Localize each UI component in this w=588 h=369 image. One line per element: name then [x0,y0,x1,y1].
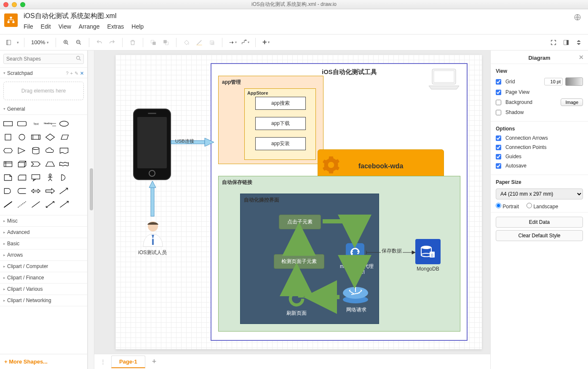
shape-process[interactable] [29,131,42,143]
shape-step[interactable] [29,158,42,170]
shape-line-arrow[interactable] [58,185,70,197]
section-clipart-networking[interactable]: Clipart / Networking [0,295,87,306]
shape-half-circle[interactable] [58,171,70,184]
tester-icon[interactable] [138,219,168,250]
shape-diamond[interactable] [44,131,56,143]
menu-arrange[interactable]: Arrange [79,23,100,30]
shape-circle[interactable] [16,131,28,143]
shape-blank3[interactable] [72,144,84,157]
conn-arrows-checkbox[interactable] [496,135,501,141]
shape-hexagon[interactable] [2,144,14,157]
shadow-checkbox[interactable] [496,110,501,115]
to-front-button[interactable] [148,37,158,48]
paper-size-select[interactable]: A4 (210 mm x 297 mm) [496,188,583,199]
section-clipart-finance[interactable]: Clipart / Finance [0,272,87,284]
shape-arrow-r[interactable] [44,185,56,197]
app-search-node[interactable]: app搜索 [255,97,306,110]
section-clipart-various[interactable]: Clipart / Various [0,284,87,295]
autosave-checkbox[interactable] [496,163,501,169]
shape-blank[interactable] [72,117,84,130]
shape-parallelogram[interactable] [58,131,70,143]
to-back-button[interactable] [161,37,171,48]
background-checkbox[interactable] [496,100,501,105]
landscape-option[interactable]: Landscape [527,203,558,210]
undo-button[interactable] [94,37,104,48]
shape-note[interactable] [2,171,14,184]
delete-button[interactable] [128,37,138,48]
search-icon[interactable] [76,56,81,62]
format-panel-button[interactable] [561,37,571,48]
menu-extras[interactable]: Extras [107,23,124,30]
app-download-node[interactable]: app下载 [255,117,306,130]
connection-button[interactable]: ▾ [227,37,238,48]
view-mode-button[interactable] [4,37,14,48]
collapse-button[interactable] [574,37,584,48]
shape-tape[interactable] [58,158,70,170]
edit-data-button[interactable]: Edit Data [496,217,583,228]
grid-color-swatch[interactable] [565,77,583,86]
shape-blank5[interactable] [72,171,84,184]
zoom-in-button[interactable] [61,37,71,48]
menu-help[interactable]: Help [131,23,144,30]
line-color-button[interactable] [194,37,204,48]
shape-cube[interactable] [16,158,28,170]
scratchpad-header[interactable]: ▸ Scratchpad ?+✎✕ [0,68,87,78]
section-clipart-computer[interactable]: Clipart / Computer [0,261,87,272]
portrait-option[interactable]: Portrait [496,203,519,210]
clear-style-button[interactable]: Clear Default Style [496,230,583,241]
section-advanced[interactable]: Advanced [0,227,87,238]
scratchpad-drop[interactable]: Drag elements here [3,82,84,100]
sidebar-scrollbar[interactable] [88,50,94,369]
shape-line-bi[interactable] [44,198,56,211]
shape-rect[interactable] [2,117,14,130]
insert-button[interactable]: +▾ [261,37,271,48]
pageview-checkbox[interactable] [496,90,501,95]
zoom-level[interactable]: 100%▾ [29,39,51,45]
grid-size-input[interactable] [544,78,563,85]
guides-checkbox[interactable] [496,154,501,159]
search-input[interactable] [3,54,84,64]
shape-square[interactable] [2,131,14,143]
add-page-button[interactable]: + [149,357,160,366]
phone-icon[interactable] [133,109,171,180]
grid-checkbox[interactable] [496,79,501,85]
shape-text[interactable]: Text [29,117,42,130]
main-title[interactable]: iOS自动化测试工具 [322,68,377,76]
diagram-page[interactable]: iOS自动化测试工具 app管理 AppStore app搜索 app下载 ap… [115,55,482,349]
add-icon[interactable]: + [70,71,73,76]
shape-trapezoid[interactable] [44,158,56,170]
shape-ellipse[interactable] [58,117,70,130]
shape-line-dash[interactable] [16,198,28,211]
section-misc[interactable]: Misc [0,215,87,227]
shape-line-thin[interactable] [29,198,42,211]
language-icon[interactable] [574,13,581,23]
section-arrows[interactable]: Arrows [0,250,87,261]
shape-blank6[interactable] [72,185,84,197]
section-basic[interactable]: Basic [0,238,87,250]
menu-view[interactable]: View [59,23,71,30]
edit-icon[interactable]: ✎ [75,71,78,76]
shadow-button[interactable] [207,37,217,48]
help-icon[interactable]: ? [66,71,68,76]
canvas[interactable]: iOS自动化测试工具 app管理 AppStore app搜索 app下载 ap… [94,50,490,354]
section-general[interactable]: General [0,104,87,115]
shape-internal[interactable] [2,158,14,170]
close-icon[interactable]: ✕ [80,71,84,76]
shape-and[interactable] [2,185,14,197]
zoom-out-button[interactable] [74,37,84,48]
shape-triangle[interactable] [16,144,28,157]
menu-file[interactable]: File [24,23,33,30]
shape-line-arrow2[interactable] [58,198,70,211]
shape-line-solid[interactable] [2,198,14,211]
shape-document[interactable] [58,144,70,157]
outline-button[interactable]: ⋮ [98,358,108,365]
shape-arrow-bi[interactable] [29,185,42,197]
file-name[interactable]: iOS自动化测试 系统架构图.xml [24,12,144,21]
app-install-node[interactable]: app安装 [255,137,306,150]
shape-cylinder[interactable] [29,144,42,157]
menu-edit[interactable]: Edit [41,23,51,30]
shape-store[interactable] [16,185,28,197]
redo-button[interactable] [107,37,117,48]
shape-blank2[interactable] [72,131,84,143]
conn-points-checkbox[interactable] [496,145,501,150]
